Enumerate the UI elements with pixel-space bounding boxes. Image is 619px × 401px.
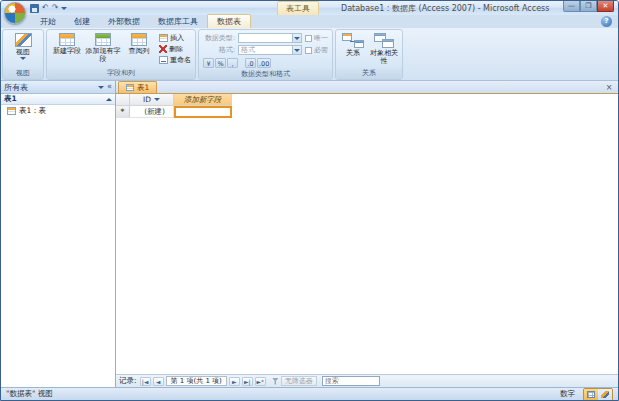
delete-column-button[interactable]: 删除: [157, 44, 193, 54]
group-label-datatype-format: 数据类型和格式: [199, 69, 332, 80]
ribbon: 视图 视图 新建字段 添加现有字段 查阅列: [1, 28, 618, 81]
undo-icon[interactable]: ↶: [42, 3, 49, 13]
navigation-pane-header[interactable]: 所有表 «: [1, 81, 115, 94]
ribbon-tab-datasheet[interactable]: 数据表: [207, 14, 251, 28]
document-tab-table1[interactable]: 表1: [118, 81, 157, 93]
nav-item-table1[interactable]: 表1 : 表: [1, 105, 115, 117]
cell-id-new[interactable]: (新建): [130, 106, 174, 118]
comma-format-button[interactable]: ,: [227, 58, 238, 68]
window-title: Database1 : 数据库 (Access 2007) - Microsof…: [341, 3, 549, 14]
ribbon-group-views: 视图 视图: [2, 29, 44, 80]
object-dependencies-icon: [374, 33, 394, 48]
document-close-icon[interactable]: ×: [604, 83, 614, 93]
required-checkbox[interactable]: [305, 47, 312, 54]
new-record-icon[interactable]: ►*: [255, 377, 266, 386]
group-label-relationships: 关系: [336, 68, 402, 79]
group-collapse-icon[interactable]: [106, 98, 112, 101]
lookup-column-button[interactable]: 查阅列: [121, 31, 157, 67]
ribbon-tab-bar: 开始 创建 外部数据 数据库工具 数据表 ?: [1, 15, 618, 28]
column-header-add-new-field[interactable]: 添加新字段: [174, 94, 232, 106]
redo-icon[interactable]: ↷: [52, 3, 59, 13]
datasheet-view-button[interactable]: [584, 389, 598, 400]
minimize-button[interactable]: —: [563, 1, 580, 12]
view-button[interactable]: 视图: [5, 31, 41, 67]
format-combobox[interactable]: 格式: [238, 45, 302, 55]
status-bar: "数据表" 视图 数字: [1, 387, 618, 400]
datatype-combobox[interactable]: [238, 33, 302, 43]
contextual-tab-group-label: 表工具: [277, 1, 319, 15]
datatype-label: 数据类型:: [203, 33, 235, 43]
quick-access-toolbar: ↶ ↷: [30, 2, 67, 14]
nav-group-header[interactable]: 表1: [1, 94, 115, 105]
currency-format-button[interactable]: ¥: [203, 58, 214, 68]
record-position: 第 1 项(共 1 项): [166, 376, 227, 386]
document-tab-bar: 表1 ×: [116, 81, 618, 94]
decrease-decimals-button[interactable]: .00: [257, 58, 271, 68]
ribbon-group-relationships: 关系 对象相关性 关系: [335, 29, 403, 80]
add-existing-fields-button[interactable]: 添加现有字段: [85, 31, 121, 67]
navigation-pane: 所有表 « 表1 表1 : 表: [1, 81, 116, 387]
rename-column-button[interactable]: 重命名: [157, 55, 193, 65]
last-record-icon[interactable]: ►|: [242, 377, 253, 386]
column-dropdown-icon[interactable]: [154, 98, 160, 101]
ribbon-tab-create[interactable]: 创建: [65, 15, 99, 28]
relationships-button[interactable]: 关系: [338, 31, 368, 67]
table-icon: [126, 84, 134, 91]
percent-format-button[interactable]: %: [215, 58, 226, 68]
view-shortcut-buttons: [583, 388, 613, 401]
datasheet: ID 添加新字段 * (新建): [116, 94, 618, 374]
nav-menu-icon[interactable]: [98, 86, 104, 89]
save-icon[interactable]: [30, 4, 39, 13]
delete-icon: [159, 45, 167, 53]
select-all-corner[interactable]: [116, 94, 130, 106]
insert-column-button[interactable]: 插入: [157, 33, 193, 43]
format-dropdown-icon[interactable]: [292, 46, 301, 54]
next-record-icon[interactable]: ►: [229, 377, 240, 386]
ribbon-group-datatype-format: 数据类型: 唯一 格式: 格式: [198, 29, 333, 80]
insert-column-icon: [159, 34, 168, 42]
active-cell[interactable]: [174, 106, 232, 118]
unique-checkbox[interactable]: [305, 35, 312, 42]
table-icon: [7, 107, 16, 115]
view-dropdown-icon[interactable]: [20, 57, 26, 60]
increase-decimals-button[interactable]: .0: [245, 58, 256, 68]
titlebar: ↶ ↷ 表工具 Database1 : 数据库 (Access 2007) - …: [1, 1, 618, 15]
datatype-dropdown-icon[interactable]: [292, 34, 301, 42]
shutter-close-icon[interactable]: «: [107, 82, 112, 92]
lookup-column-icon: [131, 33, 147, 46]
ribbon-tab-database-tools[interactable]: 数据库工具: [149, 15, 207, 28]
unique-checkbox-row: 唯一: [305, 33, 328, 43]
view-icon: [15, 33, 32, 47]
record-navigation-bar: 记录: |◄ ◄ 第 1 项(共 1 项) ► ►| ►* 无筛选器: [116, 374, 618, 387]
ribbon-tab-external-data[interactable]: 外部数据: [99, 15, 149, 28]
previous-record-icon[interactable]: ◄: [153, 377, 164, 386]
qat-customize-icon[interactable]: [61, 7, 67, 10]
record-label: 记录:: [119, 376, 137, 386]
new-field-icon: [59, 33, 75, 46]
object-dependencies-button[interactable]: 对象相关性: [368, 31, 400, 67]
record-selector[interactable]: *: [116, 106, 130, 118]
numlock-indicator: 数字: [560, 389, 575, 399]
office-button[interactable]: [4, 2, 26, 24]
filter-icon: [272, 378, 279, 385]
new-field-button[interactable]: 新建字段: [49, 31, 85, 67]
datasheet-header-row: ID 添加新字段: [116, 94, 618, 106]
ribbon-group-fields-columns: 新建字段 添加现有字段 查阅列 插入 删除: [46, 29, 196, 80]
ribbon-tab-home[interactable]: 开始: [31, 15, 65, 28]
no-filter-button[interactable]: 无筛选器: [281, 376, 317, 386]
relationships-icon: [342, 33, 364, 48]
access-window: ↶ ↷ 表工具 Database1 : 数据库 (Access 2007) - …: [0, 0, 619, 401]
column-header-id[interactable]: ID: [130, 94, 174, 106]
table-row: * (新建): [116, 106, 618, 118]
close-button[interactable]: ✕: [597, 1, 614, 12]
required-checkbox-row: 必需: [305, 45, 328, 55]
search-input[interactable]: [322, 376, 380, 386]
design-view-icon: [601, 391, 609, 398]
help-icon[interactable]: ?: [601, 16, 612, 27]
design-view-button[interactable]: [598, 389, 612, 400]
add-existing-fields-icon: [95, 33, 111, 46]
view-status-text: "数据表" 视图: [6, 389, 560, 399]
first-record-icon[interactable]: |◄: [140, 377, 151, 386]
nav-pane-title: 所有表: [4, 82, 95, 93]
maximize-button[interactable]: ❐: [580, 1, 597, 12]
